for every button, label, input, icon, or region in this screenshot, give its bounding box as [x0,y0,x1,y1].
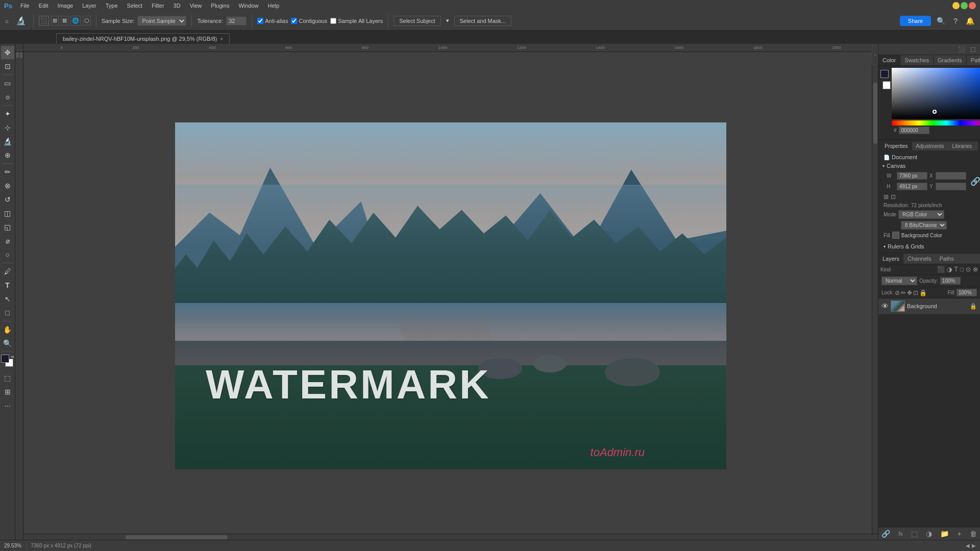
layers-filter-adjust[interactable]: ◑ [947,266,952,273]
share-button[interactable]: Share [900,16,931,26]
layer-name[interactable]: Background [907,303,968,309]
patterns-tab[interactable]: Patterns [967,55,980,65]
background-swatch-small[interactable] [883,81,891,89]
move-tool[interactable]: ✥ [1,46,14,59]
canvas-icon-2[interactable]: ⊡ [891,193,896,201]
notification-button[interactable]: 🔔 [963,16,977,26]
anti-alias-checkbox[interactable] [257,18,263,24]
brush-tool[interactable]: ✏ [1,165,14,179]
menu-item-plugins[interactable]: Plugins [207,2,233,10]
close-button[interactable]: × [969,2,976,9]
sample-size-select[interactable]: Point Sample [137,16,186,26]
new-group-btn[interactable]: 📁 [940,530,949,538]
layers-filter-toggle[interactable]: ⊗ [973,266,978,273]
hand-tool[interactable]: ✋ [1,323,14,336]
width-input[interactable] [897,172,927,180]
artboard-tool[interactable]: ⊡ [1,60,14,73]
scrollbar-vertical[interactable] [872,52,878,534]
clone-stamp-tool[interactable]: ⊗ [1,179,14,192]
magic-wand-tool[interactable]: ✦ [1,107,14,120]
canvas-section-header[interactable]: ▾ Canvas [880,162,978,170]
panel-icon-1[interactable]: ⬛ [955,45,968,54]
swatches-tab[interactable]: Swatches [900,55,934,65]
shape-tool[interactable]: □ [1,306,14,319]
crop-tool[interactable]: ⊹ [1,121,14,134]
document-tab[interactable]: bailey-zindel-NRQV-hBF10M-unsplash.png @… [56,33,230,44]
pen-tool[interactable]: 🖊 [1,265,14,278]
menu-item-3d[interactable]: 3D [169,2,185,10]
sample-3x3-btn[interactable]: ⊞ [51,16,59,26]
blur-tool[interactable]: ⌀ [1,234,14,247]
channels-tab[interactable]: Channels [903,254,935,264]
select-subject-dropdown[interactable]: ▾ [444,16,451,25]
tab-close-button[interactable]: × [220,36,223,42]
foreground-color-swatch[interactable] [1,355,9,363]
blend-mode-select[interactable]: Normal [881,277,917,285]
layers-filter-pixel[interactable]: ⬛ [937,266,945,273]
help-toolbar-button[interactable]: ? [951,16,960,26]
layers-filter-shape[interactable]: □ [960,266,964,273]
quick-mask-btn[interactable]: ⬚ [1,371,14,385]
eyedropper-tool-btn[interactable]: 🔬 [14,15,28,27]
lock-all[interactable]: 🔒 [919,289,927,296]
menu-item-layer[interactable]: Layer [78,2,101,10]
menu-item-view[interactable]: View [186,2,206,10]
layer-styles-btn[interactable]: fx [898,531,903,537]
rectangular-marquee-tool[interactable]: ▭ [1,77,14,90]
healing-tool[interactable]: ⊕ [1,148,14,162]
layers-filter-type[interactable]: T [954,266,958,273]
select-mask-button[interactable]: Select and Mask... [454,16,512,26]
fill-input[interactable] [957,289,977,296]
paths-tab[interactable]: Paths [936,254,958,264]
home-button[interactable]: ⌂ [3,17,11,25]
eraser-tool[interactable]: ◫ [1,207,14,220]
screen-mode-btn[interactable]: ⊞ [1,385,14,398]
layers-filter-smart[interactable]: ⊙ [966,266,971,273]
scrollbar-vertical-thumb[interactable] [873,83,877,144]
eyedropper-tool[interactable]: 🔬 [1,135,14,148]
bit-depth-select[interactable]: 8 Bits/Channel [901,221,947,230]
scrollbar-horizontal-thumb[interactable] [126,535,228,539]
status-prev-btn[interactable]: ◀ [966,543,970,548]
sample-extra-btn[interactable]: ⬡ [83,16,91,26]
libraries-tab[interactable]: Libraries [948,142,976,151]
x-input[interactable] [936,172,966,180]
menu-item-help[interactable]: Help [264,2,284,10]
dodge-tool[interactable]: ○ [1,248,14,261]
tolerance-input[interactable] [226,16,247,26]
link-layers-btn[interactable]: 🔗 [881,530,890,538]
hue-slider[interactable] [892,120,980,126]
foreground-swatch-small[interactable] [880,70,889,78]
text-tool[interactable]: T [1,279,14,292]
menu-item-edit[interactable]: Edit [35,2,53,10]
layer-visibility-eye[interactable]: 👁 [881,302,889,310]
sample-point-btn[interactable]: ⬛ [39,16,49,26]
mode-select[interactable]: RGB Color [898,210,944,219]
layers-tab[interactable]: Layers [878,254,903,264]
lock-artboards[interactable]: ⊡ [913,289,918,296]
fill-color-swatch[interactable] [892,232,899,239]
panel-icon-2[interactable]: ⬚ [968,45,978,54]
canvas-icon-1[interactable]: ⊞ [884,193,889,201]
history-brush-tool[interactable]: ↺ [1,193,14,206]
more-tools-btn[interactable]: ··· [1,399,14,412]
height-input[interactable] [897,183,927,190]
delete-layer-btn[interactable]: 🗑 [970,530,977,538]
properties-tab[interactable]: Properties [880,142,912,151]
path-selection-tool[interactable]: ↖ [1,292,14,306]
color-gradient-box[interactable] [892,68,980,119]
menu-item-image[interactable]: Image [54,2,78,10]
swap-colors-icon[interactable]: ⇄ [11,355,14,359]
opacity-input[interactable] [940,277,961,285]
menu-item-file[interactable]: File [16,2,34,10]
lock-position[interactable]: ✥ [907,289,912,296]
lock-transparent-pixels[interactable]: ⊘ [895,289,900,296]
adjustments-tab[interactable]: Adjustments [912,142,948,151]
contiguous-checkbox[interactable] [291,18,297,24]
lasso-tool[interactable]: ⌾ [1,90,14,104]
y-input[interactable] [936,183,966,190]
hex-input[interactable] [899,127,929,134]
menu-item-select[interactable]: Select [123,2,147,10]
search-toolbar-button[interactable]: 🔍 [934,16,948,26]
link-proportions-icon[interactable]: 🔗 [970,177,980,186]
